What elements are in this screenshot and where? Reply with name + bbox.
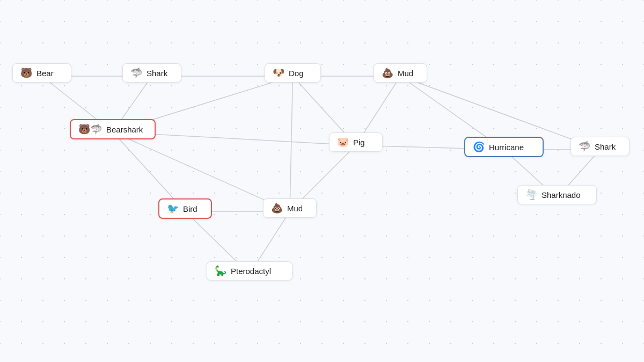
node-icon-hurricane: 🌀 [473,142,485,152]
node-label-shark1: Shark [147,69,167,78]
node-icon-pig: 🐷 [337,137,349,147]
node-pterodactyl[interactable]: 🦕Pterodactyl [207,261,292,280]
node-bird[interactable]: 🐦Bird [158,198,212,219]
node-label-bird: Bird [183,204,197,213]
node-label-pterodactyl: Pterodactyl [231,267,271,276]
node-icon-shark2: 🦈 [579,142,590,151]
node-pig[interactable]: 🐷Pig [329,132,383,152]
node-label-shark2: Shark [595,142,616,151]
node-label-bear: Bear [36,69,54,78]
node-label-pig: Pig [353,138,365,147]
edge-canvas [0,0,644,362]
node-icon-bearshark: 🐻🦈 [78,124,102,134]
node-icon-sharknado: 🌪️ [525,190,537,200]
node-icon-bear: 🐻 [20,68,32,78]
node-mud2[interactable]: 💩Mud [263,198,317,218]
node-label-sharknado: Sharknado [541,190,581,200]
node-shark2[interactable]: 🦈Shark [570,137,630,156]
node-dog[interactable]: 🐶Dog [265,63,321,83]
node-shark1[interactable]: 🦈Shark [122,63,181,83]
node-label-hurricane: Hurricane [489,143,524,152]
node-mud1[interactable]: 💩Mud [374,63,427,83]
node-label-mud1: Mud [398,69,413,78]
node-icon-bird: 🐦 [167,204,179,213]
node-icon-pterodactyl: 🦕 [215,266,226,276]
node-icon-mud1: 💩 [382,68,393,78]
node-label-bearshark: Bearshark [106,125,143,134]
node-hurricane[interactable]: 🌀Hurricane [464,137,544,157]
node-icon-shark1: 🦈 [130,68,142,78]
node-label-dog: Dog [289,69,304,78]
node-icon-mud2: 💩 [271,203,283,213]
svg-line-6 [290,76,293,211]
node-icon-dog: 🐶 [273,68,284,78]
node-sharknado[interactable]: 🌪️Sharknado [517,185,597,204]
node-label-mud2: Mud [287,204,303,213]
node-bear[interactable]: 🐻Bear [12,63,71,83]
node-bearshark[interactable]: 🐻🦈Bearshark [70,119,156,139]
